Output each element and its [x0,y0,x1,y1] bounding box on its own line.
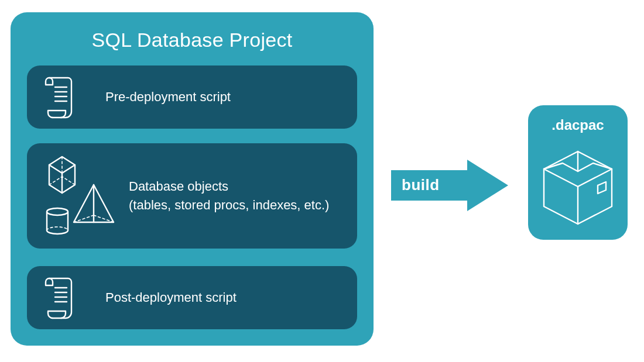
section-pre-deployment: Pre-deployment script [27,65,357,129]
diagram-canvas: SQL Database Project Pre-deployment scri… [0,0,644,362]
project-title: SQL Database Project [27,29,357,51]
dacpac-card: .dacpac [528,105,628,240]
section-database-objects: Database objects (tables, stored procs, … [27,143,357,249]
section-pre-label: Pre-deployment script [105,88,231,106]
arrow-label: build [402,176,440,194]
package-box-icon [537,138,619,232]
section-mid-label: Database objects (tables, stored procs, … [129,177,329,215]
svg-point-10 [47,208,68,215]
section-post-deployment: Post-deployment script [27,266,357,329]
dacpac-label: .dacpac [551,117,604,133]
scroll-icon [41,74,105,120]
section-post-label: Post-deployment script [105,288,237,307]
geometric-shapes-icon [41,155,129,237]
build-arrow: build [391,160,508,211]
scroll-icon [41,275,105,320]
project-card: SQL Database Project Pre-deployment scri… [11,12,374,346]
